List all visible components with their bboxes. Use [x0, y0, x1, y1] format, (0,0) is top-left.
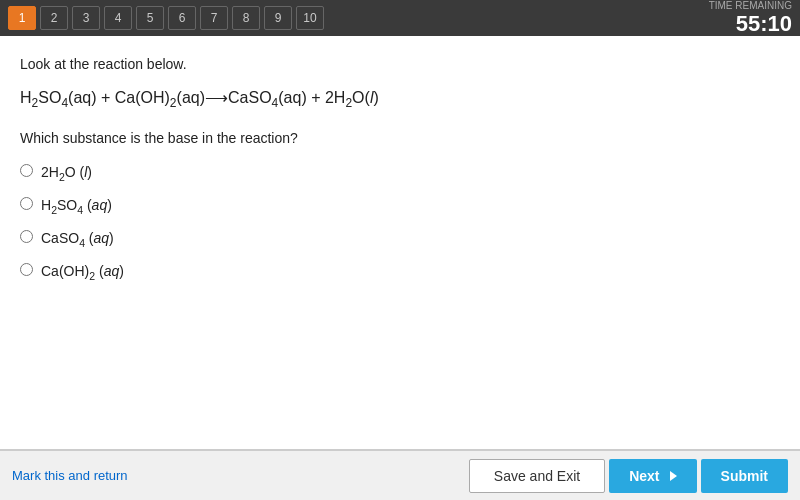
answer-label-c: CaSO4 (aq) [41, 230, 114, 249]
question-number-4[interactable]: 4 [104, 6, 132, 30]
question-number-1[interactable]: 1 [8, 6, 36, 30]
main-content-area: Look at the reaction below. H2SO4(aq) + … [0, 36, 800, 450]
radio-option-a[interactable] [20, 164, 33, 177]
answer-option-c[interactable]: CaSO4 (aq) [20, 228, 780, 249]
timer-section: TIME REMAINING 55:10 [709, 0, 792, 37]
answer-option-d[interactable]: Ca(OH)2 (aq) [20, 261, 780, 282]
question-text: Which substance is the base in the react… [20, 130, 780, 146]
top-navigation-bar: 1 2 3 4 5 6 7 8 9 10 TIME REMAINING 55:1… [0, 0, 800, 36]
question-number-5[interactable]: 5 [136, 6, 164, 30]
answer-label-a: 2H2O (l) [41, 164, 92, 183]
bottom-action-bar: Mark this and return Save and Exit Next … [0, 450, 800, 500]
submit-button[interactable]: Submit [701, 459, 788, 493]
radio-option-c[interactable] [20, 230, 33, 243]
question-number-3[interactable]: 3 [72, 6, 100, 30]
answer-option-b[interactable]: H2SO4 (aq) [20, 195, 780, 216]
radio-option-d[interactable] [20, 263, 33, 276]
answer-option-a[interactable]: 2H2O (l) [20, 162, 780, 183]
timer-label: TIME REMAINING [709, 0, 792, 11]
next-button[interactable]: Next [609, 459, 696, 493]
bottom-buttons: Save and Exit Next Submit [469, 459, 788, 493]
mark-return-link[interactable]: Mark this and return [12, 468, 128, 483]
question-number-9[interactable]: 9 [264, 6, 292, 30]
question-number-8[interactable]: 8 [232, 6, 260, 30]
question-number-list: 1 2 3 4 5 6 7 8 9 10 [8, 6, 324, 30]
question-number-6[interactable]: 6 [168, 6, 196, 30]
next-arrow-icon [670, 471, 677, 481]
question-number-2[interactable]: 2 [40, 6, 68, 30]
answer-label-d: Ca(OH)2 (aq) [41, 263, 124, 282]
save-exit-button[interactable]: Save and Exit [469, 459, 605, 493]
question-number-7[interactable]: 7 [200, 6, 228, 30]
reaction-equation: H2SO4(aq) + Ca(OH)2(aq)⟶CaSO4(aq) + 2H2O… [20, 88, 780, 110]
radio-option-b[interactable] [20, 197, 33, 210]
question-number-10[interactable]: 10 [296, 6, 324, 30]
answer-label-b: H2SO4 (aq) [41, 197, 112, 216]
answer-options: 2H2O (l) H2SO4 (aq) CaSO4 (aq) Ca(OH)2 (… [20, 162, 780, 281]
timer-value: 55:10 [736, 11, 792, 36]
next-label: Next [629, 468, 659, 484]
intro-text: Look at the reaction below. [20, 56, 780, 72]
